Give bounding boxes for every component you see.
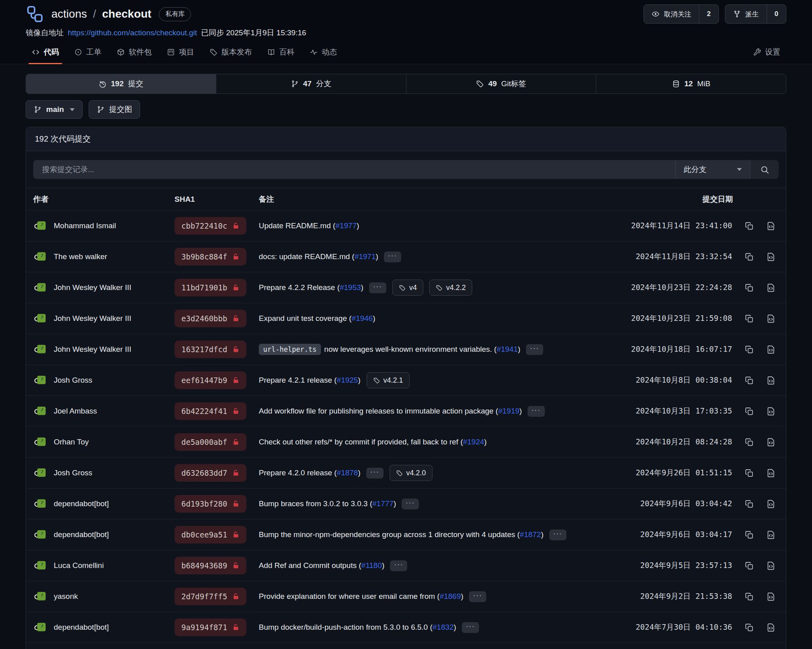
commit-author-link[interactable]: John Wesley Walker III (54, 314, 131, 323)
issue-ref-link[interactable]: #1971 (355, 252, 376, 261)
commit-tag-v4.2.1[interactable]: v4.2.1 (367, 372, 410, 388)
expand-commit-button[interactable]: ··· (384, 251, 401, 262)
browse-source-icon[interactable] (766, 283, 775, 292)
commit-author-link[interactable]: yasonk (54, 592, 78, 601)
copy-sha-icon[interactable] (745, 314, 754, 323)
browse-source-icon[interactable] (766, 561, 775, 570)
commit-author-link[interactable]: Luca Comellini (54, 561, 104, 570)
copy-sha-icon[interactable] (745, 592, 754, 601)
expand-commit-button[interactable]: ··· (390, 560, 407, 571)
commit-sha-link[interactable]: de5a000abf (175, 433, 246, 451)
tab-projects[interactable]: 项目 (161, 42, 200, 64)
branch-selector[interactable]: main (26, 100, 83, 119)
copy-sha-icon[interactable] (745, 407, 754, 416)
commit-tag-v4.2.2[interactable]: v4.2.2 (429, 280, 472, 296)
browse-source-icon[interactable] (766, 314, 775, 323)
copy-sha-icon[interactable] (745, 221, 754, 231)
commit-tag-v4.2.0[interactable]: v4.2.0 (390, 465, 432, 481)
commit-author-link[interactable]: dependabot[bot] (54, 530, 109, 539)
commit-author-link[interactable]: dependabot[bot] (54, 499, 109, 508)
expand-commit-button[interactable]: ··· (366, 468, 384, 479)
issue-ref-link[interactable]: #1919 (498, 407, 520, 416)
commit-sha-link[interactable]: 2d7d9f7ff5 (175, 588, 246, 605)
commit-author-link[interactable]: Mohammad Ismail (54, 221, 116, 230)
copy-sha-icon[interactable] (745, 561, 754, 570)
stats-commits[interactable]: 192提交 (26, 74, 216, 93)
tab-releases[interactable]: 版本发布 (203, 42, 258, 64)
forks-count[interactable]: 0 (767, 5, 786, 23)
commit-sha-link[interactable]: 163217dfcd (175, 341, 246, 358)
commit-sha-link[interactable]: cbb722410c (175, 217, 246, 235)
tab-issues[interactable]: 工单 (68, 42, 108, 64)
browse-source-icon[interactable] (766, 345, 775, 354)
tab-code[interactable]: 代码 (26, 42, 65, 64)
issue-ref-link[interactable]: #1777 (372, 499, 394, 508)
tab-packages[interactable]: 软件包 (111, 42, 158, 64)
branch-filter-dropdown[interactable]: 此分支 (675, 160, 750, 179)
copy-sha-icon[interactable] (745, 468, 754, 478)
copy-sha-icon[interactable] (745, 252, 754, 262)
issue-ref-link[interactable]: #1953 (340, 283, 361, 292)
expand-commit-button[interactable]: ··· (528, 406, 545, 417)
issue-ref-link[interactable]: #1977 (335, 221, 357, 230)
copy-sha-icon[interactable] (745, 438, 754, 447)
tab-wiki[interactable]: 百科 (261, 42, 300, 64)
tab-settings[interactable]: 设置 (747, 42, 786, 64)
commit-sha-link[interactable]: 6d193bf280 (175, 495, 246, 513)
commit-author-link[interactable]: Orhan Toy (54, 438, 89, 446)
browse-source-icon[interactable] (766, 468, 775, 478)
browse-source-icon[interactable] (766, 407, 775, 416)
repo-owner-link[interactable]: actions (51, 8, 87, 20)
commit-graph-button[interactable]: 提交图 (89, 100, 140, 119)
copy-sha-icon[interactable] (745, 499, 754, 509)
tab-activity[interactable]: 动态 (304, 42, 343, 64)
commit-tag-v4[interactable]: v4 (392, 280, 423, 296)
commit-author-link[interactable]: Josh Gross (54, 376, 92, 385)
commit-author-link[interactable]: Josh Gross (54, 468, 92, 477)
commit-author-link[interactable]: dependabot[bot] (54, 623, 109, 632)
copy-sha-icon[interactable] (745, 623, 754, 632)
mirror-url-link[interactable]: https://github.com/actions/checkout.git (68, 28, 197, 37)
commit-author-link[interactable]: Joel Ambass (54, 407, 97, 416)
browse-source-icon[interactable] (766, 252, 775, 262)
copy-sha-icon[interactable] (745, 376, 754, 385)
issue-ref-link[interactable]: #1832 (432, 623, 454, 632)
commit-sha-link[interactable]: d632683dd7 (175, 464, 246, 482)
issue-ref-link[interactable]: #1924 (463, 438, 484, 446)
copy-sha-icon[interactable] (745, 530, 754, 539)
copy-sha-icon[interactable] (745, 345, 754, 354)
issue-ref-link[interactable]: #1925 (337, 376, 358, 385)
browse-source-icon[interactable] (766, 499, 775, 509)
issue-ref-link[interactable]: #1869 (440, 592, 461, 601)
copy-sha-icon[interactable] (745, 283, 754, 292)
browse-source-icon[interactable] (766, 221, 775, 231)
expand-commit-button[interactable]: ··· (462, 622, 479, 633)
browse-source-icon[interactable] (766, 623, 775, 632)
issue-ref-link[interactable]: #1946 (351, 314, 373, 323)
commit-sha-link[interactable]: 6b42224f41 (175, 402, 246, 420)
commit-sha-link[interactable]: b684943689 (175, 557, 246, 574)
commit-sha-link[interactable]: 9a9194f871 (175, 619, 246, 636)
issue-ref-link[interactable]: #1180 (361, 561, 382, 570)
commit-search-button[interactable] (750, 160, 779, 179)
commit-sha-link[interactable]: 3b9b8c884f (175, 248, 246, 266)
commit-author-link[interactable]: John Wesley Walker III (54, 345, 131, 354)
watchers-count[interactable]: 2 (699, 5, 718, 23)
commit-sha-link[interactable]: db0cee9a51 (175, 526, 246, 544)
issue-ref-link[interactable]: #1941 (497, 345, 518, 354)
unwatch-button[interactable]: 取消关注 2 (644, 4, 719, 24)
stats-size[interactable]: 12MiB (596, 74, 786, 93)
browse-source-icon[interactable] (766, 530, 775, 539)
stats-tags[interactable]: 49Git标签 (406, 74, 596, 93)
expand-commit-button[interactable]: ··· (369, 282, 386, 293)
expand-commit-button[interactable]: ··· (402, 499, 419, 509)
fork-button[interactable]: 派生 0 (725, 4, 786, 24)
expand-commit-button[interactable]: ··· (526, 344, 543, 355)
commit-sha-link[interactable]: e3d2460bbb (175, 310, 246, 327)
commit-sha-link[interactable]: eef61447b9 (175, 371, 246, 389)
commit-search-input[interactable] (33, 160, 675, 179)
repo-name-link[interactable]: checkout (102, 8, 152, 20)
stats-branches[interactable]: 47分支 (216, 74, 406, 93)
commit-author-link[interactable]: The web walker (54, 252, 107, 261)
expand-commit-button[interactable]: ··· (469, 591, 486, 602)
